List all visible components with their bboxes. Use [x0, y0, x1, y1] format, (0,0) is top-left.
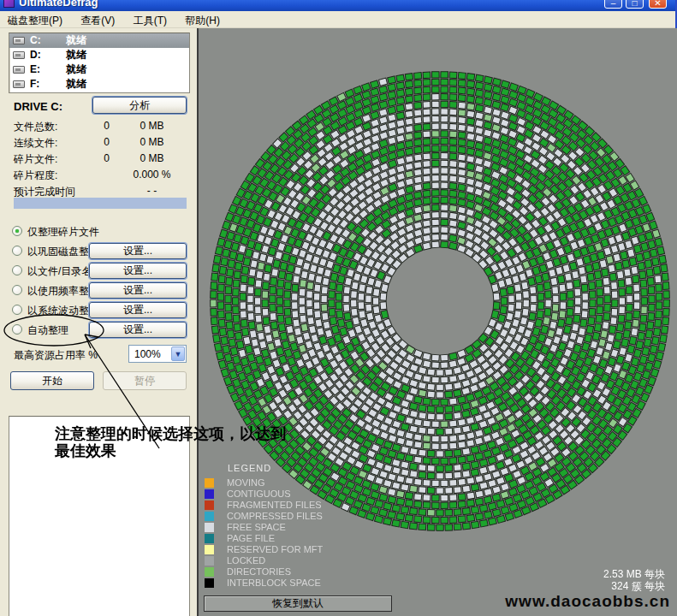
option-frequency[interactable]: 以使用频率整理 设置...: [0, 283, 197, 302]
option-label: 自动整理: [27, 323, 68, 338]
app-icon: [3, 0, 15, 8]
option-volatility[interactable]: 以系统波动整理 设置...: [0, 303, 197, 322]
drive-row-d[interactable]: D: 就绪: [9, 48, 189, 62]
cluster-text: 324 簇 每块: [603, 580, 665, 592]
menu-help[interactable]: 帮助(H): [177, 11, 228, 28]
settings-button-filename[interactable]: 设置...: [89, 263, 187, 279]
contiguous-swatch: [205, 489, 214, 499]
directories-swatch: [205, 567, 214, 577]
page-file-swatch: [205, 534, 214, 543]
stat-size: - -: [120, 185, 184, 197]
stat-contiguous-files: 连续文件: 0 0 MB: [14, 136, 189, 152]
stat-size: 0 MB: [120, 120, 184, 132]
file-listbox[interactable]: [9, 416, 190, 616]
drive-list: C: 就绪 D: 就绪 E: 就绪 F: 就绪: [9, 33, 190, 93]
menu-tools[interactable]: 工具(T): [126, 11, 175, 28]
drive-status: 就绪: [66, 77, 86, 92]
legend-title: LEGEND: [228, 463, 271, 473]
stat-label: 碎片程度:: [14, 169, 57, 183]
drive-status: 就绪: [66, 48, 86, 62]
start-button[interactable]: 开始: [10, 371, 94, 390]
drive-letter: F:: [30, 77, 39, 92]
disk-panel: LEGEND MOVING CONTIGUOUS FRAGMENTED FILE…: [197, 28, 677, 616]
watermark: www.daocaobbs.cn: [505, 592, 670, 611]
drive-icon: [13, 51, 25, 59]
drive-letter: C:: [30, 33, 41, 48]
resource-usage-value: 100%: [134, 348, 161, 360]
compressed-swatch: [205, 512, 214, 521]
radio-filename[interactable]: [12, 265, 22, 275]
title-bar: UltimateDefrag – □ ✕: [0, 0, 675, 11]
selected-drive-label: DRIVE C:: [14, 100, 62, 113]
settings-button-frequency[interactable]: 设置...: [89, 282, 187, 299]
option-label: 仅整理碎片文件: [27, 225, 99, 240]
pause-button[interactable]: 暂停: [103, 371, 187, 390]
stat-total-files: 文件总数: 0 0 MB: [14, 120, 189, 136]
menu-defrag[interactable]: 磁盘整理(P): [0, 11, 70, 28]
option-fragmented-only[interactable]: 仅整理碎片文件: [0, 224, 197, 243]
stat-fragmented-files: 碎片文件: 0 0 MB: [14, 152, 189, 169]
analyze-button[interactable]: 分析: [92, 97, 187, 114]
radio-volatility[interactable]: [12, 305, 22, 315]
radio-auto[interactable]: [12, 324, 22, 335]
stat-size: 0.000 %: [120, 169, 184, 181]
drive-icon: [13, 37, 25, 44]
menu-bar: 磁盘整理(P) 查看(V) 工具(T) 帮助(H): [0, 11, 675, 28]
option-consolidate[interactable]: 以巩固磁盘整理 设置...: [0, 244, 197, 263]
option-auto[interactable]: 自动整理 设置...: [0, 323, 197, 341]
resource-usage-label: 最高资源占用率 %: [14, 348, 98, 363]
stat-size: 0 MB: [120, 136, 184, 148]
drive-row-e[interactable]: E: 就绪: [9, 62, 189, 77]
drive-status: 就绪: [66, 33, 86, 48]
fragmented-swatch: [205, 500, 214, 510]
stat-size: 0 MB: [120, 152, 184, 164]
drive-status: 就绪: [66, 62, 86, 77]
close-button[interactable]: ✕: [649, 0, 667, 9]
stat-count: 0: [89, 136, 110, 148]
menu-view[interactable]: 查看(V): [73, 11, 122, 28]
drive-row-c[interactable]: C: 就绪: [9, 33, 189, 48]
drive-icon: [13, 80, 25, 88]
chevron-down-icon[interactable]: ▼: [171, 346, 185, 361]
stat-label: 碎片文件:: [14, 152, 57, 167]
window-title: UltimateDefrag: [19, 0, 98, 9]
radio-fragmented-only[interactable]: [12, 226, 22, 236]
moving-swatch: [205, 478, 214, 488]
free-space-swatch: [205, 523, 214, 532]
drive-letter: D:: [30, 48, 41, 62]
block-size-text: 2.53 MB 每块: [603, 568, 665, 580]
settings-button-auto[interactable]: 设置...: [89, 322, 187, 338]
drive-icon: [13, 66, 25, 74]
drive-letter: E:: [30, 62, 40, 77]
resource-usage-select[interactable]: 100% ▼: [128, 345, 187, 363]
radio-consolidate[interactable]: [12, 246, 22, 256]
minimize-button[interactable]: –: [604, 0, 622, 9]
restore-defaults-button[interactable]: 恢复到默认: [204, 595, 392, 612]
stat-fragmentation: 碎片程度: 0.000 %: [14, 169, 189, 185]
locked-swatch: [205, 556, 214, 566]
progress-bar: [14, 198, 187, 209]
block-info: 2.53 MB 每块 324 簇 每块: [603, 568, 665, 592]
interblock-swatch: [205, 578, 214, 588]
control-panel: C: 就绪 D: 就绪 E: 就绪 F: 就绪 DRIVE C: 分析 文件总数…: [0, 28, 197, 616]
settings-button-volatility[interactable]: 设置...: [89, 302, 187, 318]
mft-swatch: [205, 545, 214, 554]
option-filename[interactable]: 以文件/目录名整理 设置...: [0, 264, 197, 282]
stat-count: 0: [89, 120, 110, 132]
maximize-button[interactable]: □: [626, 0, 644, 9]
stat-label: 连续文件:: [14, 136, 57, 151]
settings-button-consolidate[interactable]: 设置...: [89, 243, 187, 259]
stat-label: 文件总数:: [14, 120, 57, 134]
resource-usage-row: 最高资源占用率 % 100% ▼: [0, 345, 197, 364]
app-window: UltimateDefrag – □ ✕ 磁盘整理(P) 查看(V) 工具(T)…: [0, 0, 677, 616]
stat-count: 0: [89, 152, 110, 164]
drive-row-f[interactable]: F: 就绪: [9, 77, 189, 92]
radio-frequency[interactable]: [12, 285, 22, 295]
